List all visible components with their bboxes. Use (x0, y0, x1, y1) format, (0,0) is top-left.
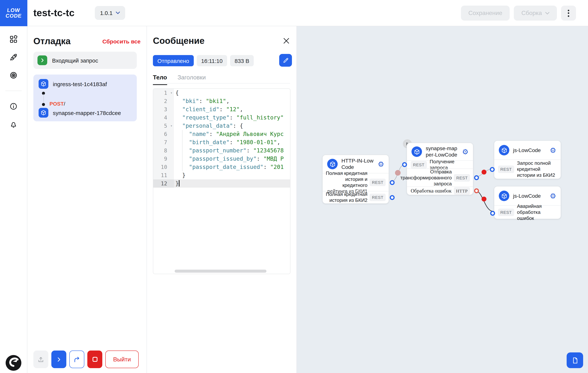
code-text: "client_id": "12", (174, 105, 290, 113)
stop-icon (92, 357, 97, 362)
output-port[interactable] (389, 195, 394, 200)
code-line[interactable]: 4 "request_type": "full_history" (153, 113, 290, 122)
code-line[interactable]: 8 "passport_number": "12345678 (153, 146, 290, 155)
output-row[interactable]: Полная кредитная история из БКИ2 REST (323, 191, 389, 203)
code-line[interactable]: 3 "client_id": "12", (153, 105, 290, 113)
line-number: 1▾ (153, 89, 174, 97)
size-badge: 833 B (230, 55, 254, 66)
http-path-label: / (64, 101, 65, 107)
code-text: "passport_date_issued": "201 (174, 163, 290, 171)
input-row[interactable]: REST Получение запроса (407, 160, 473, 169)
document-icon (571, 357, 578, 364)
node-js-top[interactable]: js-LowCode ⚙ REST Запрос полной кредитно… (494, 141, 561, 179)
horizontal-scrollbar[interactable] (175, 270, 266, 273)
input-port[interactable] (402, 162, 407, 167)
build-button[interactable]: Сборка (514, 6, 557, 20)
code-line[interactable]: 5▾ "personal_data": { (153, 122, 290, 130)
code-line[interactable]: 9 "passport_issued_by": "МВД Р (153, 155, 290, 163)
node-header: js-LowCode ⚙ (494, 186, 561, 205)
tabs-rule (153, 83, 290, 83)
wire-midpoint-dot[interactable] (481, 197, 486, 202)
input-row[interactable]: REST Запрос полной кредитной истории из … (494, 160, 561, 179)
top-bar: LOW CODE test-tc-tc 1.0.1 Сохранение Сбо… (0, 0, 588, 26)
error-port[interactable] (474, 188, 479, 193)
save-button[interactable]: Сохранение (461, 6, 510, 20)
code-lines: 1▾{2 "bki": "bki1",3 "client_id": "12",4… (153, 89, 290, 188)
version-dropdown[interactable]: 1.0.1 (95, 6, 125, 20)
line-number: 9 (153, 155, 174, 163)
target-icon[interactable] (9, 71, 18, 79)
node-title: js-LowCode (513, 147, 541, 153)
edit-message-button[interactable] (279, 54, 292, 67)
node-header: js-LowCode ⚙ (494, 141, 561, 160)
trace-item[interactable]: ingress-test-1c4183af POST/ synapse-mapp… (33, 74, 137, 121)
gear-icon[interactable]: ⚙ (550, 147, 556, 154)
debug-title: Отладка (33, 36, 71, 46)
code-line[interactable]: 11 } (153, 171, 290, 179)
page-title: test-tc-tc (33, 7, 74, 19)
fold-arrow-icon[interactable]: ▾ (170, 89, 172, 97)
protocol-badge: REST (370, 194, 386, 201)
build-label: Сборка (521, 10, 542, 17)
http-method-label: POST (50, 101, 64, 107)
gear-icon[interactable]: ⚙ (550, 192, 556, 199)
stop-button[interactable] (87, 351, 102, 368)
incoming-request-item[interactable]: Входящий запрос (33, 52, 137, 69)
exit-button[interactable]: Выйти (105, 351, 139, 368)
company-logo (5, 355, 22, 371)
input-port[interactable] (490, 167, 494, 172)
wire-midpoint-dot[interactable] (395, 170, 401, 175)
output-port[interactable] (389, 180, 394, 185)
lowcode-logo[interactable]: LOW CODE (0, 0, 27, 26)
more-menu-button[interactable] (561, 6, 576, 20)
line-number: 11 (153, 171, 174, 179)
dashboard-icon[interactable] (9, 35, 18, 43)
code-text: "personal_data": { (174, 122, 290, 130)
output-row[interactable]: Отправка трансформированного запроса RES… (407, 169, 473, 186)
code-line[interactable]: 10 "passport_date_issued": "201 (153, 163, 290, 171)
code-text: { (174, 89, 290, 97)
top-actions: Сохранение Сборка (461, 6, 576, 20)
code-line[interactable]: 7 "birth_date": "1980-01-01", (153, 138, 290, 146)
document-fab-button[interactable] (567, 353, 583, 368)
bell-icon[interactable] (9, 120, 18, 129)
node-js-bottom[interactable]: js-LowCode ⚙ REST Аварийная обработка ош… (494, 186, 561, 219)
code-line[interactable]: 12} (153, 179, 290, 188)
output-row[interactable]: Полная кредитная история и кредитного ре… (323, 173, 389, 191)
output-label: Отправка трансформированного запроса (400, 169, 452, 187)
wire-midpoint-dot[interactable] (482, 170, 486, 174)
step-forward-button[interactable] (51, 351, 66, 368)
line-number: 6 (153, 130, 174, 138)
chevron-down-icon (545, 12, 549, 14)
reset-all-link[interactable]: Сбросить все (102, 38, 141, 44)
nav-rail (0, 26, 27, 373)
gear-icon[interactable]: ⚙ (378, 161, 384, 168)
close-icon[interactable] (282, 37, 290, 45)
input-label: Аварийная обработка ошибок (517, 203, 558, 221)
input-row[interactable]: REST Аварийная обработка ошибок (494, 205, 561, 219)
code-line[interactable]: 1▾{ (153, 89, 290, 97)
code-text: "passport_issued_by": "МВД Р (174, 155, 290, 163)
rocket-icon[interactable] (9, 53, 18, 61)
output-port[interactable] (474, 175, 479, 180)
json-editor[interactable]: 1▾{2 "bki": "bki1",3 "client_id": "12",4… (153, 88, 290, 274)
code-text: "bki": "bki1", (174, 97, 290, 105)
code-line[interactable]: 2 "bki": "bki1", (153, 97, 290, 105)
upload-button[interactable] (33, 351, 48, 368)
node-synapse-mapper[interactable]: synapse-mapper-LowCode ⚙ REST Получение … (407, 143, 473, 195)
node-http-in[interactable]: HTTP-IN-LowCode ⚙ Полная кредитная истор… (322, 155, 389, 204)
step-over-button[interactable] (69, 351, 84, 368)
protocol-badge: REST (498, 208, 514, 216)
error-row[interactable]: Обработка ошибок HTTP (407, 186, 473, 195)
code-line[interactable]: 6 "name": "Андрей Львович Курс (153, 130, 290, 138)
info-icon[interactable] (9, 102, 18, 111)
indent-guide (182, 130, 182, 171)
protocol-badge: REST (454, 174, 470, 181)
input-port[interactable] (490, 211, 495, 216)
code-text: } (174, 171, 290, 179)
trace-connector (43, 94, 44, 103)
line-number: 4 (153, 113, 174, 122)
protocol-badge: HTTP (454, 187, 470, 195)
gear-icon[interactable]: ⚙ (462, 148, 468, 155)
fold-arrow-icon[interactable]: ▾ (170, 122, 172, 130)
